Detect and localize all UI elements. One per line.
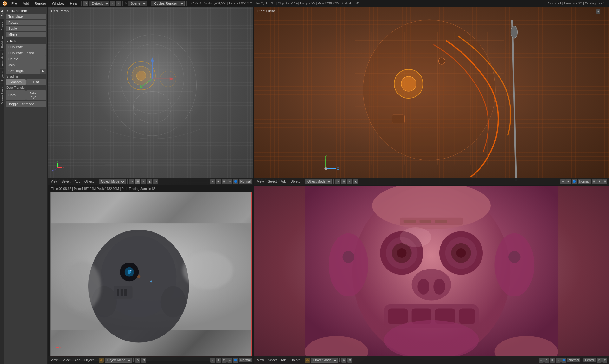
- vp-tl-normal[interactable]: Normal: [239, 179, 252, 184]
- smooth-button[interactable]: Smooth: [6, 79, 26, 85]
- set-origin-button[interactable]: Set Origin ▶: [6, 68, 46, 74]
- vp-bl-select[interactable]: Select: [60, 358, 72, 362]
- vp-br-icon7[interactable]: 🔵: [561, 358, 566, 363]
- scene-select[interactable]: Scene: [128, 1, 147, 6]
- transform-section-header[interactable]: Transform: [4, 8, 47, 13]
- vp-tl-icon8[interactable]: ⊞: [222, 179, 227, 184]
- vp-tr-icon-g[interactable]: ⊞: [592, 179, 597, 184]
- vp-br-icon1[interactable]: ⊙: [341, 358, 346, 363]
- vp-bl-icon7[interactable]: 🔵: [233, 358, 238, 363]
- menu-render[interactable]: Render: [32, 1, 49, 6]
- layout-add-icon[interactable]: +: [110, 1, 115, 6]
- vp-tl-proportional[interactable]: ○: [227, 179, 232, 184]
- vp-bl-icon2[interactable]: ⊞: [141, 358, 146, 363]
- data-button[interactable]: Data: [6, 90, 26, 100]
- toggle-editmode-button[interactable]: Toggle Editmode: [6, 101, 46, 107]
- vp-br-select[interactable]: Select: [266, 358, 278, 362]
- vp-tl-icon1[interactable]: ⊙: [129, 179, 134, 184]
- vp-br-icon3[interactable]: ↔: [539, 358, 544, 363]
- vp-tl-icon4[interactable]: ◐: [147, 179, 152, 184]
- edit-section-header[interactable]: Edit: [4, 39, 47, 44]
- vp-tr-add[interactable]: Add: [279, 179, 288, 184]
- join-button[interactable]: Join: [6, 62, 46, 68]
- vp-bl-icon6[interactable]: ○: [227, 358, 232, 363]
- menu-add[interactable]: Add: [20, 1, 32, 6]
- vp-tr-mode[interactable]: Object Mode: [305, 179, 332, 184]
- vp-tl-add[interactable]: Add: [73, 179, 82, 184]
- translate-button[interactable]: Translate: [6, 14, 46, 19]
- vp-br-view[interactable]: View: [255, 358, 265, 362]
- vtab-relations[interactable]: Relations: [0, 33, 4, 50]
- vtab-physics[interactable]: Physics: [0, 68, 4, 84]
- vp-tr-icon-a[interactable]: ⊙: [335, 179, 340, 184]
- vp-tl-object[interactable]: Object: [83, 179, 95, 184]
- vp-br-render-icon[interactable]: ◎: [305, 358, 310, 363]
- vp-tr-icon-h[interactable]: ⊞: [597, 179, 602, 184]
- vp-tl-icon5[interactable]: ⊙: [153, 179, 158, 184]
- vp-br-icon5[interactable]: ⊞: [550, 358, 555, 363]
- vp-tl-select[interactable]: Select: [60, 179, 72, 184]
- viewport-top-right[interactable]: X Y Right Ortho (46) Cylinder.001 ⊙ View…: [254, 7, 609, 185]
- vp-tr-icon-e[interactable]: ↔: [560, 179, 566, 184]
- vp-br-object[interactable]: Object: [289, 358, 301, 362]
- layout-select[interactable]: Default: [89, 1, 109, 6]
- delete-button[interactable]: Delete: [6, 56, 46, 62]
- menu-window[interactable]: Window: [49, 1, 67, 6]
- vp-tr-icon-f[interactable]: ⊕: [566, 179, 571, 184]
- vp-br-icon8[interactable]: ⊞: [597, 358, 602, 363]
- vp-br-icon4[interactable]: ⊕: [544, 358, 549, 363]
- vp-tr-icon-d[interactable]: ◐: [353, 179, 358, 184]
- vp-bl-object[interactable]: Object: [83, 358, 95, 362]
- vp-bl-icon5[interactable]: ⊞: [222, 358, 227, 363]
- vp-tr-icon-c[interactable]: ≡: [347, 179, 352, 184]
- vp-bl-normal[interactable]: Normal: [239, 358, 252, 362]
- vp-tr-snap[interactable]: 🔵: [572, 179, 577, 184]
- vp-br-icon9[interactable]: ⊞: [602, 358, 607, 363]
- vp-br-center[interactable]: Center: [583, 358, 596, 362]
- vtab-animation[interactable]: Animation: [0, 50, 4, 68]
- vp-tr-view[interactable]: View: [255, 179, 265, 184]
- vp-bl-render-icon[interactable]: ◎: [99, 358, 104, 363]
- vp-tl-snap[interactable]: 🔵: [233, 179, 238, 184]
- vp-tr-select[interactable]: Select: [266, 179, 278, 184]
- vp-br-normal[interactable]: Normal: [567, 358, 580, 362]
- duplicate-button[interactable]: Duplicate: [6, 44, 46, 50]
- vp-br-add[interactable]: Add: [279, 358, 288, 362]
- vtab-create[interactable]: Create: [0, 19, 4, 33]
- menu-file[interactable]: File: [9, 1, 20, 6]
- mirror-button[interactable]: Mirror: [6, 32, 46, 37]
- vp-br-icon2[interactable]: ⊞: [347, 358, 352, 363]
- duplicate-linked-button[interactable]: Duplicate Linked: [6, 50, 46, 56]
- vp-bl-view[interactable]: View: [49, 358, 59, 362]
- vp-bl-icon1[interactable]: ⊙: [135, 358, 140, 363]
- vp-tr-icon-i[interactable]: ⊞: [602, 179, 607, 184]
- vp-bl-add[interactable]: Add: [73, 358, 82, 362]
- vp-tl-icon6[interactable]: ↔: [210, 179, 215, 184]
- vp-tl-icon7[interactable]: ⊕: [216, 179, 221, 184]
- vp-tl-mode[interactable]: Object Mode: [99, 179, 126, 184]
- viewport-bottom-left[interactable]: Time:02:08.62 | Mem:1157.94M;Peak:1182.9…: [48, 185, 254, 364]
- rotate-button[interactable]: Rotate: [6, 20, 46, 25]
- vp-bl-mode[interactable]: Object Mode: [105, 358, 132, 363]
- vp-br-icon6[interactable]: ○: [556, 358, 561, 363]
- engine-select[interactable]: Cycles Render: [151, 1, 185, 6]
- layout-close-icon[interactable]: ×: [116, 1, 121, 6]
- vtab-grease-pencil[interactable]: Grease Pencil: [0, 84, 4, 107]
- scale-button[interactable]: Scale: [6, 26, 46, 31]
- vp-tr-object[interactable]: Object: [289, 179, 301, 184]
- viewport-top-left[interactable]: User Persp (46) Cylinder.001 X Y Z View …: [48, 7, 254, 185]
- vp-tl-icon2[interactable]: ⊞: [135, 179, 140, 184]
- vp-bl-icon3[interactable]: ↔: [210, 358, 215, 363]
- data-layout-button[interactable]: Data Layo...: [26, 90, 46, 100]
- flat-button[interactable]: Flat: [26, 79, 46, 85]
- menu-help[interactable]: Help: [68, 1, 80, 6]
- vp-tr-normal[interactable]: Normal: [578, 179, 591, 184]
- vp-bl-icon4[interactable]: ⊕: [216, 358, 221, 363]
- viewport-bottom-right[interactable]: View Select Add Object ◎ Object Mode ⊙ ⊞…: [254, 185, 609, 364]
- vp-tr-icon1[interactable]: ⊙: [596, 9, 600, 14]
- vp-br-mode[interactable]: Object Mode: [311, 358, 338, 363]
- vp-tr-icon-b[interactable]: ⊞: [341, 179, 346, 184]
- vp-tl-view[interactable]: View: [49, 179, 59, 184]
- vtab-tools[interactable]: Tools: [0, 7, 4, 19]
- vp-tl-icon3[interactable]: ≡: [141, 179, 146, 184]
